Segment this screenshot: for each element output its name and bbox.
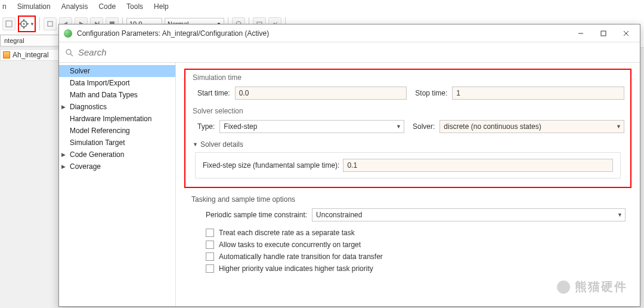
rate-transition-checkbox[interactable] xyxy=(206,252,214,261)
menubar: n Simulation Analysis Code Tools Help xyxy=(0,0,169,13)
tree-item-math-data-types[interactable]: Math and Data Types xyxy=(59,89,175,101)
svg-point-19 xyxy=(66,50,71,54)
toolbar-button[interactable] xyxy=(44,17,57,30)
tasking-section: Tasking and sample time options Periodic… xyxy=(184,194,631,273)
periodic-constraint-label: Periodic sample time constraint: xyxy=(206,211,307,219)
checkbox-row: Treat each discrete rate as a separate t… xyxy=(206,229,626,237)
tree-item-model-ref[interactable]: Model Referencing xyxy=(59,125,175,137)
solver-selection-row: Type: Fixed-step ▼ Solver: discrete (no … xyxy=(197,120,624,133)
fixed-step-input[interactable] xyxy=(343,159,613,172)
document-area: ntegral Ah_integral xyxy=(0,35,60,61)
menu-item[interactable]: n xyxy=(2,2,7,11)
sim-time-heading: Simulation time xyxy=(193,73,624,82)
toolbar-button[interactable] xyxy=(2,17,16,30)
svg-rect-0 xyxy=(6,21,12,27)
menu-item[interactable]: Simulation xyxy=(17,2,51,11)
tree-item-solver[interactable]: Solver xyxy=(59,65,175,77)
expander-icon[interactable]: ▶ xyxy=(61,104,66,110)
tree-item-code-gen[interactable]: ▶Code Generation xyxy=(59,149,175,161)
type-label: Type: xyxy=(197,122,215,131)
type-dropdown[interactable]: Fixed-step ▼ xyxy=(219,120,404,133)
tasking-heading: Tasking and sample time options xyxy=(191,195,626,204)
close-button[interactable] xyxy=(617,27,635,40)
priority-value-checkbox[interactable] xyxy=(206,264,214,273)
solver-details-box: Fixed-step size (fundamental sample time… xyxy=(195,152,621,178)
checkbox-row: Higher priority value indicates higher t… xyxy=(206,264,626,273)
type-value: Fixed-step xyxy=(224,122,257,131)
dialog-body: Solver Data Import/Export Math and Data … xyxy=(59,63,640,306)
tree-item-diagnostics[interactable]: ▶Diagnostics xyxy=(59,101,175,113)
start-time-label: Start time: xyxy=(197,89,230,97)
model-icon xyxy=(3,51,10,58)
separator xyxy=(39,17,40,30)
concurrent-tasks-label: Allow tasks to execute concurrently on t… xyxy=(219,241,361,249)
highlighted-region: Simulation time Start time: Stop time: S… xyxy=(184,69,631,188)
menu-item[interactable]: Help xyxy=(154,2,169,11)
solver-selection-heading: Solver selection xyxy=(193,107,624,115)
fixed-step-label: Fixed-step size (fundamental sample time… xyxy=(203,161,339,170)
discrete-rate-label: Treat each discrete rate as a separate t… xyxy=(219,229,355,237)
tree-item-hardware-impl[interactable]: Hardware Implementation xyxy=(59,113,175,125)
gear-icon xyxy=(19,19,29,29)
dialog-icon xyxy=(64,29,72,38)
solver-details-label: Solver details xyxy=(200,140,243,149)
minimize-button[interactable] xyxy=(572,27,590,40)
solver-label: Solver: xyxy=(413,122,435,131)
expander-icon[interactable]: ▶ xyxy=(61,164,66,170)
priority-value-label: Higher priority value indicates higher t… xyxy=(219,264,373,273)
search-icon xyxy=(65,48,73,57)
concurrent-tasks-checkbox[interactable] xyxy=(206,241,214,249)
stop-time-input[interactable] xyxy=(452,87,624,100)
maximize-button[interactable] xyxy=(595,27,612,40)
chevron-down-icon: ▼ xyxy=(616,124,621,130)
checkbox-row: Automatically handle rate transition for… xyxy=(206,252,626,261)
model-settings-button[interactable]: ▼ xyxy=(18,16,36,32)
periodic-constraint-row: Periodic sample time constraint: Unconst… xyxy=(206,208,626,221)
periodic-constraint-dropdown[interactable]: Unconstrained ▼ xyxy=(312,208,626,221)
chevron-down-icon: ▼ xyxy=(396,124,401,130)
model-file-label: Ah_integral xyxy=(13,51,49,59)
solver-value: discrete (no continuous states) xyxy=(444,122,541,131)
category-tree: Solver Data Import/Export Math and Data … xyxy=(59,63,176,306)
stop-time-label: Stop time: xyxy=(415,89,447,97)
search-bar[interactable] xyxy=(59,42,640,63)
menu-item[interactable]: Code xyxy=(98,2,116,11)
svg-rect-7 xyxy=(48,21,52,26)
tree-item-sim-target[interactable]: Simulation Target xyxy=(59,137,175,149)
periodic-constraint-value: Unconstrained xyxy=(316,211,362,219)
menu-item[interactable]: Tools xyxy=(126,2,143,11)
config-params-dialog: Configuration Parameters: Ah_integral/Co… xyxy=(58,24,640,307)
svg-point-2 xyxy=(23,23,25,25)
dropdown-caret-icon: ▼ xyxy=(30,21,35,27)
dialog-title: Configuration Parameters: Ah_integral/Co… xyxy=(77,29,567,38)
sim-time-row: Start time: Stop time: xyxy=(197,87,624,100)
discrete-rate-checkbox[interactable] xyxy=(206,229,214,237)
expander-icon[interactable]: ▶ xyxy=(61,152,66,158)
svg-rect-16 xyxy=(601,31,606,36)
checkbox-row: Allow tasks to execute concurrently on t… xyxy=(206,241,626,249)
doc-tab[interactable]: ntegral xyxy=(0,35,60,47)
search-input[interactable] xyxy=(77,47,634,58)
tree-item-coverage[interactable]: ▶Coverage xyxy=(59,161,175,173)
start-time-input[interactable] xyxy=(235,87,407,100)
svg-line-20 xyxy=(70,54,73,56)
tree-item-data-import-export[interactable]: Data Import/Export xyxy=(59,77,175,89)
chevron-down-icon: ▼ xyxy=(193,141,198,147)
solver-panel: Simulation time Start time: Stop time: S… xyxy=(176,63,640,306)
menu-item[interactable]: Analysis xyxy=(61,2,88,11)
rate-transition-label: Automatically handle rate transition for… xyxy=(219,252,383,261)
model-file-item[interactable]: Ah_integral xyxy=(0,49,60,61)
dialog-titlebar: Configuration Parameters: Ah_integral/Co… xyxy=(59,24,640,42)
solver-dropdown[interactable]: discrete (no continuous states) ▼ xyxy=(439,120,624,133)
chevron-down-icon: ▼ xyxy=(617,212,623,218)
solver-details-toggle[interactable]: ▼ Solver details xyxy=(193,140,624,149)
